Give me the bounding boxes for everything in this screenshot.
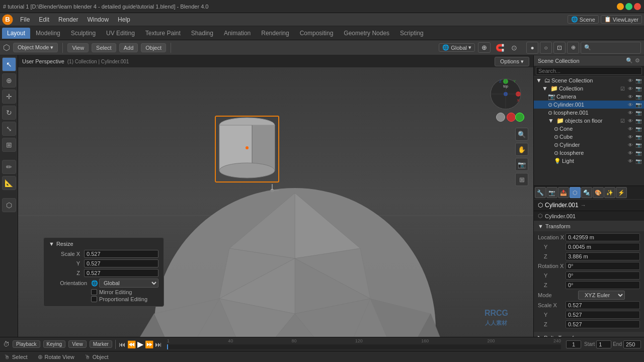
viewport-3d[interactable]: User Perspective (1) Collection | Cylind… (18, 55, 533, 337)
orientation-select[interactable]: Global Local Normal (99, 279, 158, 288)
prop-render-icon[interactable]: 📷 (546, 187, 557, 198)
tool-move[interactable]: ✛ (2, 89, 16, 104)
snap-toggle[interactable]: 🧲 (494, 44, 506, 52)
prev-frame-btn[interactable]: ⏪ (127, 340, 136, 348)
outliner-filter-icon[interactable]: 🔍 (626, 57, 633, 64)
cone-render-icon[interactable]: 📷 (635, 125, 642, 132)
mirror-editing-checkbox[interactable] (91, 289, 97, 295)
object-menu[interactable]: Object (141, 43, 166, 52)
outliner-item-icosphere001[interactable]: ⊙ Icosphere.001 👁 📷 (534, 109, 644, 117)
orientation-selector[interactable]: 🌐 Global ▾ (439, 43, 475, 52)
outliner-options-icon[interactable]: ⚙ (635, 57, 640, 64)
light-render-icon[interactable]: 📷 (635, 157, 642, 164)
tab-animation[interactable]: Animation (219, 28, 256, 39)
outliner-search-input[interactable] (536, 67, 642, 75)
tool-select[interactable]: ↖ (2, 57, 16, 71)
visibility-icon[interactable]: 👁 (627, 77, 634, 84)
outliner-item-collection[interactable]: ▼ 📁 Collection ☑ 👁 📷 (534, 84, 644, 93)
light-eye-icon[interactable]: 👁 (627, 157, 634, 164)
rotation-y-input[interactable] (566, 272, 640, 280)
outliner-item-icosphere[interactable]: ⊙ Icosphere 👁 📷 (534, 149, 644, 157)
col-render-icon[interactable]: 📷 (635, 85, 642, 92)
scale-x-input[interactable] (84, 250, 158, 258)
prop-modifier-icon[interactable]: 🔩 (581, 187, 592, 198)
scale-y-input[interactable] (84, 259, 158, 267)
ico2-render-icon[interactable]: 📷 (635, 149, 642, 156)
render-icon[interactable]: 📷 (635, 77, 642, 84)
rotation-mode-select[interactable]: XYZ Euler XZY Euler Quaternion (578, 291, 625, 300)
close-button[interactable] (634, 3, 641, 10)
tab-texture-paint[interactable]: Texture Paint (140, 28, 186, 39)
select-menu[interactable]: Select (92, 43, 116, 52)
navigation-gizmo[interactable]: X Y Z top (488, 76, 523, 113)
cyl2-render-icon[interactable]: 📷 (635, 141, 642, 148)
tab-sculpting[interactable]: Sculpting (66, 28, 101, 39)
camera-view-btn[interactable]: 📷 (515, 158, 528, 171)
tab-compositing[interactable]: Compositing (295, 28, 339, 39)
tab-geometry-nodes[interactable]: Geometry Nodes (339, 28, 394, 39)
view-menu[interactable]: View (67, 43, 89, 52)
viewport-shading-solid[interactable]: ● (526, 42, 538, 54)
outliner-item-cylinder001[interactable]: ⊙ Cylinder.001 👁 📷 (534, 101, 644, 109)
prop-object-icon[interactable]: ⬡ (570, 187, 581, 198)
add-menu[interactable]: Add (119, 43, 138, 52)
tool-scale[interactable]: ⤡ (2, 122, 16, 136)
ico2-eye-icon[interactable]: 👁 (627, 149, 634, 156)
location-y-input[interactable] (566, 243, 640, 251)
rotation-z-input[interactable] (566, 281, 640, 289)
next-frame-btn[interactable]: ⏩ (145, 340, 153, 348)
outliner-item-objects-on-floor[interactable]: ▼ 📁 objects on floor ☑ 👁 📷 (534, 117, 644, 125)
mode-selector[interactable]: Object Mode ▾ (13, 43, 58, 52)
tool-rotate[interactable]: ↻ (2, 106, 16, 120)
tab-modeling[interactable]: Modeling (31, 28, 65, 39)
oof-eye-icon[interactable]: 👁 (627, 117, 634, 124)
location-z-input[interactable] (566, 252, 640, 260)
scene-selector[interactable]: 🌐 Scene (568, 15, 599, 24)
maximize-button[interactable] (625, 3, 632, 10)
menu-edit[interactable]: Edit (35, 15, 53, 24)
current-frame-display[interactable]: 1 (566, 340, 581, 348)
blender-logo[interactable]: B (2, 14, 13, 25)
view-all-btn[interactable]: ⊞ (515, 173, 528, 186)
oof-visibility-icon[interactable]: ☑ (619, 117, 626, 124)
outliner-item-cube[interactable]: ⊙ Cube 👁 📷 (534, 133, 644, 141)
tab-layout[interactable]: Layout (2, 28, 30, 39)
cyl-render-icon[interactable]: 📷 (635, 101, 642, 108)
view-menu-tl[interactable]: View (68, 340, 87, 348)
marker-menu[interactable]: Marker (90, 340, 112, 348)
jump-end-btn[interactable]: ⏭ (155, 340, 162, 348)
menu-render[interactable]: Render (54, 15, 82, 24)
viewport-gizmo[interactable]: ⊕ (567, 42, 579, 54)
prop-particles-icon[interactable]: ✨ (604, 187, 615, 198)
viewport-overlay[interactable]: ⊡ (553, 42, 566, 54)
cam-render-icon[interactable]: 📷 (635, 93, 642, 100)
timeline-scrubber-area[interactable]: 1 40 80 120 160 200 240 (165, 338, 563, 350)
scale-z-prop-input[interactable] (566, 320, 640, 328)
outliner-item-scene-collection[interactable]: ▼ 🗂 Scene Collection 👁 📷 (534, 76, 644, 84)
cone-eye-icon[interactable]: 👁 (627, 125, 634, 132)
timeline-editor-icon[interactable]: ⏱ (3, 340, 10, 348)
location-x-input[interactable] (566, 233, 640, 241)
play-btn[interactable]: ▶ (137, 339, 143, 349)
prop-output-icon[interactable]: 📤 (558, 187, 569, 198)
scale-z-input[interactable] (84, 269, 158, 277)
prop-material-icon[interactable]: 🎨 (593, 187, 604, 198)
transform-section-header[interactable]: ▼ Transform (534, 221, 644, 231)
outliner-item-light[interactable]: 💡 Light 👁 📷 (534, 157, 644, 165)
delta-transform-header[interactable]: ▶ Delta Transform (534, 332, 644, 337)
tool-transform[interactable]: ⊞ (2, 138, 16, 152)
menu-help[interactable]: Help (114, 15, 134, 24)
start-frame-input[interactable] (596, 340, 611, 348)
cube-render-icon[interactable]: 📷 (635, 133, 642, 140)
tool-annotate[interactable]: ✏ (2, 160, 16, 174)
cube-eye-icon[interactable]: 👁 (627, 133, 634, 140)
pivot-selector[interactable]: ⊕ (478, 42, 491, 53)
search-button[interactable]: 🔍 (581, 42, 641, 54)
viewlayer-selector[interactable]: 📋 ViewLayer (601, 15, 642, 24)
playback-menu[interactable]: Playback (13, 340, 40, 348)
ico-render-icon[interactable]: 📷 (635, 109, 642, 116)
ico-visibility-icon[interactable]: 👁 (627, 109, 634, 116)
menu-file[interactable]: File (16, 15, 34, 24)
fly-mode-btn[interactable]: ✋ (515, 143, 528, 156)
zoom-in-btn[interactable]: 🔍 (515, 128, 528, 141)
